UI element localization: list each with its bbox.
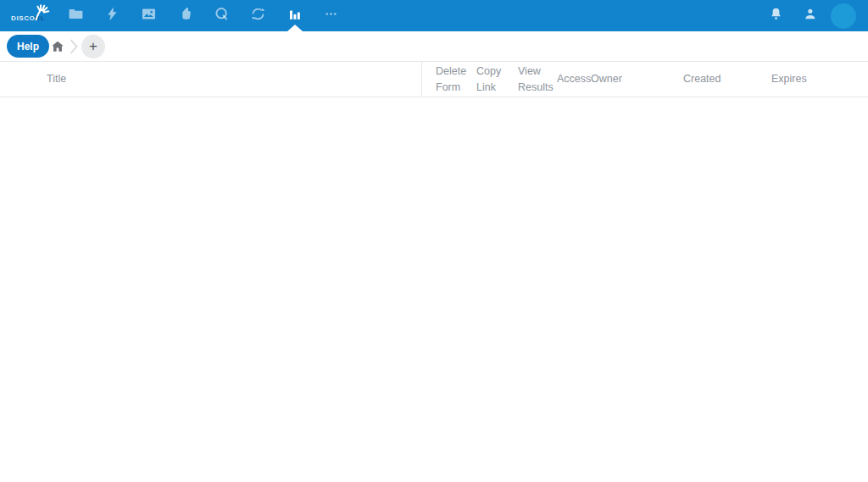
- forms-table-header: Title Delete Form Copy Link View Results…: [0, 61, 868, 97]
- nav-item-folder[interactable]: [58, 0, 94, 31]
- image-icon: [141, 6, 157, 25]
- thumbs-up-icon: [177, 6, 193, 25]
- nav-item-search[interactable]: [203, 0, 240, 31]
- folder-icon: [68, 6, 84, 25]
- nav-item-image[interactable]: [131, 0, 167, 31]
- bell-icon: [769, 7, 783, 25]
- column-header-created[interactable]: Created: [683, 62, 721, 97]
- hand-logo-icon: [32, 3, 51, 20]
- add-form-button[interactable]: +: [81, 35, 105, 58]
- forms-table-body-empty: [0, 97, 868, 482]
- column-header-delete-form[interactable]: Delete Form: [436, 64, 466, 96]
- bar-chart-icon: [287, 6, 303, 25]
- notifications-button[interactable]: [763, 0, 788, 31]
- sync-icon: [250, 6, 266, 25]
- more-ellipsis-icon: [323, 6, 339, 25]
- top-navigation-bar: DISCORL: [0, 0, 868, 31]
- avatar[interactable]: [831, 3, 856, 29]
- chevron-right-icon: [69, 38, 79, 55]
- column-divider: [421, 62, 422, 97]
- nav-item-reports-active[interactable]: [276, 0, 313, 31]
- nav-item-more[interactable]: [313, 0, 349, 31]
- nav-item-lightning[interactable]: [94, 0, 131, 31]
- help-button[interactable]: Help: [7, 35, 49, 58]
- user-icon: [803, 7, 817, 25]
- column-header-expires[interactable]: Expires: [771, 62, 807, 97]
- home-icon[interactable]: [50, 39, 65, 54]
- account-button[interactable]: [797, 0, 822, 31]
- column-header-access[interactable]: Access: [557, 62, 591, 97]
- nav-item-sync[interactable]: [240, 0, 276, 31]
- app-window: DISCORL: [0, 0, 868, 482]
- lightning-icon: [104, 6, 120, 25]
- column-header-copy-link[interactable]: Copy Link: [476, 64, 501, 96]
- column-header-owner[interactable]: Owner: [591, 62, 622, 97]
- primary-nav: [58, 0, 349, 31]
- column-header-view-results[interactable]: View Results: [518, 64, 554, 96]
- search-icon: [214, 6, 230, 25]
- active-tab-caret: [287, 25, 303, 31]
- app-logo[interactable]: DISCORL: [0, 0, 58, 31]
- nav-item-thumbs-up[interactable]: [167, 0, 203, 31]
- breadcrumb-toolbar: Help +: [0, 31, 868, 61]
- column-header-title[interactable]: Title: [47, 62, 66, 97]
- topbar-right-group: [763, 0, 868, 31]
